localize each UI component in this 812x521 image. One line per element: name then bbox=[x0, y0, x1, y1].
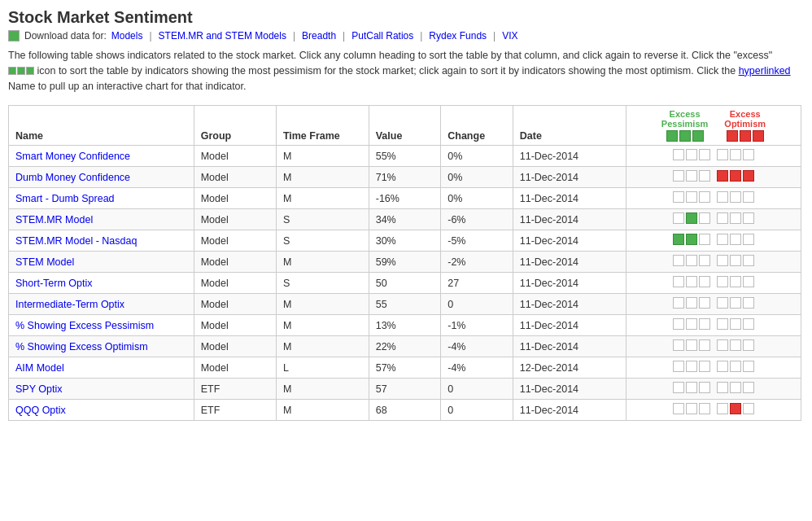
pessimism-indicator-cell bbox=[686, 170, 697, 182]
cell-date: 11-Dec-2014 bbox=[513, 400, 626, 421]
indicator-name-link[interactable]: Smart Money Confidence bbox=[15, 151, 130, 162]
optimism-indicator-cell bbox=[717, 318, 728, 330]
cell-value: 57% bbox=[369, 357, 441, 379]
pessimism-indicator-cell bbox=[686, 361, 697, 372]
optimism-indicator-cell bbox=[743, 297, 754, 309]
optimism-indicator-cell bbox=[743, 361, 754, 372]
cell-indicators bbox=[626, 252, 801, 273]
pessimism-indicator-cell bbox=[699, 255, 710, 266]
optimism-indicator-cell bbox=[717, 234, 728, 245]
header-pessimism-cell-2 bbox=[679, 130, 691, 142]
cell-date: 11-Dec-2014 bbox=[513, 336, 626, 357]
col-header-change[interactable]: Change bbox=[441, 106, 513, 146]
cell-indicators bbox=[626, 400, 801, 421]
cell-value: 34% bbox=[369, 209, 441, 230]
optimism-indicator-cell bbox=[730, 170, 741, 182]
pessimism-indicator-cell bbox=[686, 149, 697, 160]
pessimism-indicator-cell bbox=[699, 339, 710, 351]
table-row: SPY OptixETFM57011-Dec-2014 bbox=[9, 379, 801, 400]
pessimism-indicator-cell bbox=[686, 318, 697, 330]
optimism-indicator-cell bbox=[743, 382, 754, 393]
download-putcall-link[interactable]: PutCall Ratios bbox=[351, 30, 413, 42]
pessimism-indicator-cell bbox=[673, 191, 684, 203]
indicator-name-link[interactable]: Dumb Money Confidence bbox=[15, 172, 130, 183]
cell-date: 11-Dec-2014 bbox=[513, 273, 626, 294]
cell-timeframe: L bbox=[276, 357, 369, 379]
optimism-indicator-cell bbox=[717, 297, 728, 309]
cell-name: SPY Optix bbox=[9, 379, 194, 400]
sentiment-table: Name Group Time Frame Value Change Date … bbox=[8, 105, 801, 421]
download-vix-link[interactable]: VIX bbox=[502, 30, 517, 42]
indicator-name-link[interactable]: AIM Model bbox=[15, 362, 64, 374]
header-optimism-cell-1 bbox=[727, 130, 738, 142]
optimism-indicator-cell bbox=[743, 234, 754, 245]
pessimism-indicator-cell bbox=[686, 403, 697, 414]
download-label: Download data for: bbox=[24, 30, 107, 42]
cell-name: % Showing Excess Pessimism bbox=[9, 315, 194, 336]
cell-group: Model bbox=[194, 188, 276, 209]
optimism-indicator-cell bbox=[743, 255, 754, 266]
optimism-indicator-cell bbox=[717, 149, 728, 160]
cell-value: 55% bbox=[369, 146, 441, 167]
cell-change: 0 bbox=[441, 294, 513, 315]
indicator-name-link[interactable]: Short-Term Optix bbox=[15, 278, 92, 289]
cell-value: 55 bbox=[369, 294, 441, 315]
cell-date: 11-Dec-2014 bbox=[513, 315, 626, 336]
col-header-group[interactable]: Group bbox=[194, 106, 276, 146]
optimism-indicator-cell bbox=[730, 212, 741, 224]
pessimism-indicator-cell bbox=[699, 234, 710, 245]
download-breadth-link[interactable]: Breadth bbox=[302, 30, 336, 42]
indicator-name-link[interactable]: STEM.MR Model - Nasdaq bbox=[15, 235, 137, 247]
indicator-name-link[interactable]: QQQ Optix bbox=[15, 405, 66, 416]
pessimism-indicator-cell bbox=[686, 234, 697, 245]
indicator-name-link[interactable]: STEM.MR Model bbox=[15, 214, 93, 225]
pessimism-indicator-cell bbox=[686, 191, 697, 203]
indicator-name-link[interactable]: SPY Optix bbox=[15, 383, 62, 395]
cell-change: 0% bbox=[441, 188, 513, 209]
optimism-indicator-cell bbox=[743, 212, 754, 224]
hyperlinked-name-link[interactable]: hyperlinked bbox=[739, 65, 791, 77]
cell-group: Model bbox=[194, 336, 276, 357]
cell-timeframe: M bbox=[276, 379, 369, 400]
pessimism-indicator-cell bbox=[673, 403, 684, 414]
pessimism-indicator-cell bbox=[699, 191, 710, 203]
download-stem-link[interactable]: STEM.MR and STEM Models bbox=[159, 30, 286, 42]
col-header-timeframe[interactable]: Time Frame bbox=[276, 106, 369, 146]
header-optimism-cell-3 bbox=[753, 130, 764, 142]
cell-group: ETF bbox=[194, 400, 276, 421]
cell-date: 11-Dec-2014 bbox=[513, 252, 626, 273]
cell-timeframe: M bbox=[276, 146, 369, 167]
indicator-name-link[interactable]: % Showing Excess Pessimism bbox=[15, 320, 154, 331]
optimism-indicator-cell bbox=[717, 212, 728, 224]
cell-change: -2% bbox=[441, 252, 513, 273]
optimism-indicator-cell bbox=[717, 403, 728, 414]
cell-indicators bbox=[626, 273, 801, 294]
cell-change: -5% bbox=[441, 230, 513, 252]
indicator-name-link[interactable]: Smart - Dumb Spread bbox=[15, 193, 115, 204]
indicator-name-link[interactable]: Intermediate-Term Optix bbox=[15, 299, 124, 310]
download-rydex-link[interactable]: Rydex Funds bbox=[429, 30, 487, 42]
table-row: STEM ModelModelM59%-2%11-Dec-2014 bbox=[9, 252, 801, 273]
col-header-value[interactable]: Value bbox=[369, 106, 441, 146]
cell-name: % Showing Excess Optimism bbox=[9, 336, 194, 357]
cell-indicators bbox=[626, 146, 801, 167]
cell-indicators bbox=[626, 357, 801, 379]
pessimism-indicator-cell bbox=[699, 212, 710, 224]
pessimism-indicator-cell bbox=[686, 297, 697, 309]
col-header-indicators[interactable]: ExcessPessimism ExcessOptimism bbox=[626, 106, 801, 146]
col-header-name[interactable]: Name bbox=[9, 106, 194, 146]
indicator-name-link[interactable]: STEM Model bbox=[15, 256, 74, 268]
table-row: Intermediate-Term OptixModelM55011-Dec-2… bbox=[9, 294, 801, 315]
cell-group: Model bbox=[194, 252, 276, 273]
cell-group: Model bbox=[194, 209, 276, 230]
pessimism-indicator-cell bbox=[699, 297, 710, 309]
cell-name: QQQ Optix bbox=[9, 400, 194, 421]
cell-date: 11-Dec-2014 bbox=[513, 188, 626, 209]
indicator-name-link[interactable]: % Showing Excess Optimism bbox=[15, 341, 148, 352]
download-models-link[interactable]: Models bbox=[111, 30, 143, 42]
cell-timeframe: M bbox=[276, 252, 369, 273]
col-header-date[interactable]: Date bbox=[513, 106, 626, 146]
table-row: Short-Term OptixModelS502711-Dec-2014 bbox=[9, 273, 801, 294]
pessimism-indicator-cell bbox=[686, 212, 697, 224]
cell-timeframe: M bbox=[276, 336, 369, 357]
